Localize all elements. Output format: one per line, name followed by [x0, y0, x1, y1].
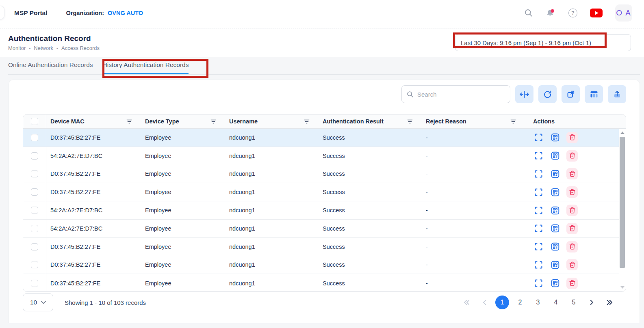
cell-auth-result: Success: [319, 225, 422, 232]
delete-record-button[interactable]: [566, 132, 578, 143]
delete-record-button[interactable]: [566, 241, 578, 252]
page-number-button[interactable]: 4: [549, 296, 563, 309]
session-details-button[interactable]: [550, 223, 560, 234]
first-page-button[interactable]: [460, 296, 473, 309]
sidebar-handle[interactable]: [0, 6, 4, 19]
row-checkbox[interactable]: [31, 134, 38, 141]
previous-page-button[interactable]: [477, 296, 491, 309]
cell-reject-reason: -: [422, 261, 525, 268]
cell-auth-result: Success: [319, 244, 422, 250]
row-checkbox[interactable]: [31, 152, 38, 160]
table-row: D0:37:45:B2:27:FE Employee ndcuong1 Succ…: [23, 129, 626, 147]
export-icon: [613, 90, 621, 98]
column-label: Authentication Result: [323, 118, 384, 125]
filter-icon[interactable]: [510, 119, 516, 124]
organization-link[interactable]: OVNG AUTO: [108, 10, 143, 16]
row-checkbox[interactable]: [31, 243, 38, 250]
open-in-new-window-button[interactable]: [562, 85, 580, 103]
table-body: D0:37:45:B2:27:FE Employee ndcuong1 Succ…: [23, 129, 626, 292]
last-page-button[interactable]: [603, 296, 616, 309]
page-number-button[interactable]: 2: [513, 296, 527, 309]
expand-record-button[interactable]: [533, 259, 544, 270]
cell-actions: [525, 150, 626, 162]
expand-record-button[interactable]: [533, 278, 544, 289]
brand-title: MSP Portal: [14, 9, 48, 17]
delete-record-button[interactable]: [566, 168, 578, 179]
breadcrumb-monitor[interactable]: Monitor: [8, 45, 26, 51]
row-checkbox[interactable]: [31, 170, 38, 177]
cell-reject-reason: -: [422, 225, 525, 232]
export-button[interactable]: [608, 85, 626, 103]
session-details-button[interactable]: [550, 168, 560, 179]
cell-reject-reason: -: [422, 207, 525, 214]
expand-record-button[interactable]: [533, 132, 544, 143]
delete-record-button[interactable]: [566, 205, 578, 216]
next-page-button[interactable]: [585, 296, 598, 309]
delete-record-button[interactable]: [566, 223, 578, 234]
session-details-button[interactable]: [550, 278, 560, 289]
notifications-bell-icon[interactable]: [546, 8, 556, 18]
youtube-icon[interactable]: [590, 9, 603, 17]
delete-record-button[interactable]: [566, 278, 578, 289]
page-number-button[interactable]: 1: [495, 296, 509, 309]
delete-record-button[interactable]: [566, 186, 578, 198]
session-details-button[interactable]: [550, 151, 560, 161]
expand-record-button[interactable]: [533, 151, 544, 161]
breadcrumb-network[interactable]: Network: [34, 45, 53, 51]
qr-details-icon: [551, 261, 559, 269]
cell-device-type: Employee: [141, 153, 225, 159]
breadcrumb-access-records[interactable]: Access Records: [61, 45, 100, 51]
page-number-button[interactable]: 3: [531, 296, 545, 309]
scroll-down-arrow-icon[interactable]: [620, 286, 624, 289]
trash-icon: [568, 170, 576, 178]
avatar[interactable]: O A: [615, 4, 632, 22]
breadcrumb: Monitor - Network - Access Records: [8, 45, 100, 51]
tab-history-authentication-records[interactable]: History Authentication Records: [103, 61, 189, 74]
expand-columns-button[interactable]: [515, 85, 533, 103]
row-checkbox[interactable]: [31, 225, 38, 232]
scroll-up-arrow-icon[interactable]: [620, 132, 624, 134]
delete-record-button[interactable]: [566, 259, 578, 270]
breadcrumb-separator: -: [56, 45, 58, 51]
session-details-button[interactable]: [550, 205, 560, 216]
filter-icon[interactable]: [304, 119, 310, 124]
session-details-button[interactable]: [550, 259, 560, 270]
date-range-picker[interactable]: Last 30 Days: 9:16 pm (Sep 1) - 9:16 pm …: [455, 34, 631, 51]
refresh-button[interactable]: [538, 85, 557, 103]
cell-username: ndcuong1: [225, 244, 319, 250]
expand-record-button[interactable]: [533, 187, 544, 197]
help-icon[interactable]: ?: [568, 9, 577, 17]
expand-record-button[interactable]: [533, 223, 544, 234]
scrollbar-thumb[interactable]: [620, 137, 625, 268]
page-number-button[interactable]: 5: [567, 296, 581, 309]
session-details-button[interactable]: [550, 132, 560, 143]
expand-record-button[interactable]: [533, 168, 544, 179]
expand-icon: [534, 261, 543, 269]
filter-icon[interactable]: [210, 119, 216, 124]
manage-columns-button[interactable]: [585, 85, 603, 103]
search-input[interactable]: [417, 91, 505, 98]
select-all-checkbox[interactable]: [31, 118, 38, 125]
expand-record-button[interactable]: [533, 205, 544, 216]
row-checkbox[interactable]: [31, 188, 38, 196]
tab-online-authentication-records[interactable]: Online Authentication Records: [8, 61, 93, 74]
table-row: D0:37:45:B2:27:FE Employee ndcuong1 Succ…: [23, 274, 626, 292]
trash-icon: [568, 279, 576, 287]
filter-icon[interactable]: [126, 119, 132, 124]
column-header-device-type: Device Type: [141, 114, 225, 128]
session-details-button[interactable]: [550, 242, 560, 252]
page-size-select[interactable]: 10: [23, 293, 53, 311]
cell-device-type: Employee: [141, 244, 225, 250]
table-row: D0:37:45:B2:27:FE Employee ndcuong1 Succ…: [23, 238, 626, 256]
row-checkbox-cell: [23, 256, 46, 274]
search-icon[interactable]: [524, 9, 533, 17]
filter-icon[interactable]: [407, 119, 413, 124]
session-details-button[interactable]: [550, 187, 560, 197]
row-checkbox[interactable]: [31, 261, 38, 268]
delete-record-button[interactable]: [566, 150, 578, 162]
trash-icon: [568, 134, 576, 141]
cell-device-type: Employee: [141, 189, 225, 195]
row-checkbox[interactable]: [31, 280, 38, 287]
expand-record-button[interactable]: [533, 242, 544, 252]
row-checkbox[interactable]: [31, 207, 38, 214]
